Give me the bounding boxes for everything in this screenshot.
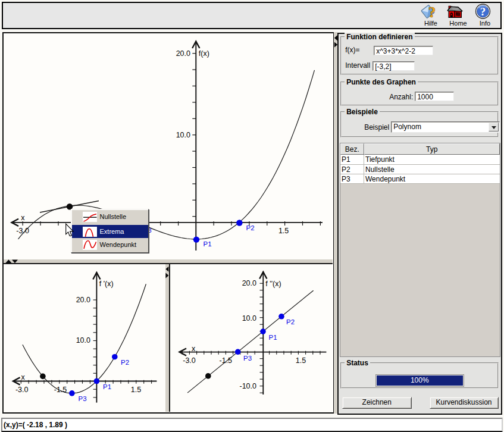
svg-text:?: ? xyxy=(428,4,436,20)
svg-text:?: ? xyxy=(480,5,486,18)
